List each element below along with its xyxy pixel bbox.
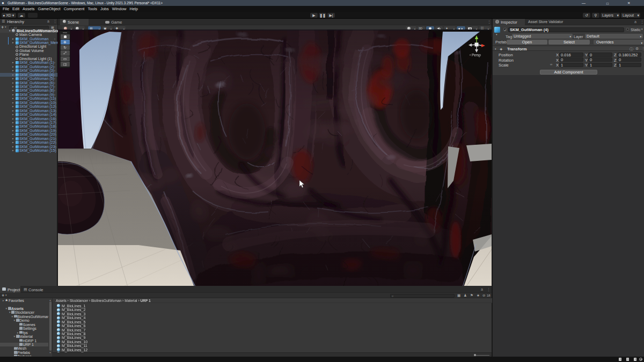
svg-text:‹ Persp: ‹ Persp [470, 53, 481, 57]
